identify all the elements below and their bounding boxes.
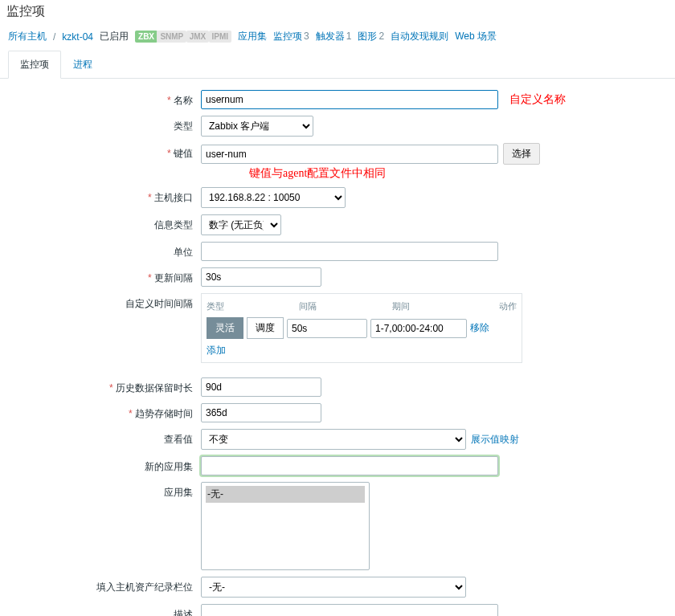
badge-jmx: JMX [186, 31, 210, 43]
col-action: 动作 [485, 300, 517, 312]
bc-enabled: 已启用 [100, 30, 129, 43]
label-key: 键值 [8, 143, 201, 161]
label-new-app: 新的应用集 [8, 456, 201, 474]
annotation-key: 键值与agent配置文件中相同 [249, 166, 386, 181]
col-interval: 间隔 [299, 300, 391, 312]
nav-triggers-count: 1 [346, 31, 352, 42]
label-units: 单位 [8, 242, 201, 259]
nav-triggers[interactable]: 触发器 [316, 31, 345, 42]
seg-scheduling[interactable]: 调度 [247, 317, 284, 339]
col-type: 类型 [207, 300, 299, 312]
nav-discovery[interactable]: 自动发现规则 [391, 30, 448, 43]
nav-graphs-count: 2 [378, 31, 384, 42]
label-custom-intervals: 自定义时间间隔 [8, 293, 201, 311]
label-description: 描述 [8, 604, 201, 616]
select-show-value[interactable]: 不变 [201, 429, 466, 450]
seg-flexible[interactable]: 灵活 [207, 317, 243, 339]
label-update-interval: 更新间隔 [8, 267, 201, 285]
bc-host[interactable]: kzkt-04 [62, 31, 93, 43]
link-add-interval[interactable]: 添加 [207, 345, 226, 356]
btn-select-key[interactable]: 选择 [503, 143, 540, 165]
input-trends[interactable] [201, 403, 321, 422]
tabs: 监控项 进程 [0, 50, 675, 79]
input-name[interactable] [201, 90, 498, 109]
bc-sep: / [53, 31, 55, 43]
label-history: 历史数据保留时长 [8, 377, 201, 395]
textarea-description[interactable] [201, 604, 498, 616]
input-history[interactable] [201, 377, 321, 397]
link-value-mapping[interactable]: 展示值映射 [471, 433, 519, 447]
annotation-name: 自定义名称 [509, 92, 566, 107]
label-trends: 趋势存储时间 [8, 403, 201, 421]
bc-all-hosts[interactable]: 所有主机 [8, 30, 47, 43]
nav-web[interactable]: Web 场景 [455, 30, 497, 43]
input-units[interactable] [201, 242, 498, 261]
input-update-interval[interactable] [201, 267, 321, 287]
nav-items[interactable]: 监控项 [273, 31, 302, 42]
input-flex-period[interactable] [370, 319, 467, 338]
badge-snmp: SNMP [157, 31, 186, 43]
label-inventory: 填入主机资产纪录栏位 [8, 577, 201, 594]
tab-process[interactable]: 进程 [61, 51, 104, 79]
label-info-type: 信息类型 [8, 214, 201, 232]
badge-zbx: ZBX [135, 31, 158, 43]
select-type[interactable]: Zabbix 客户端 [201, 116, 313, 137]
tab-item[interactable]: 监控项 [8, 51, 61, 79]
label-show-value: 查看值 [8, 429, 201, 447]
badge-ipmi: IPMI [209, 31, 232, 43]
input-key[interactable] [201, 145, 498, 164]
form: 名称 自定义名称 类型 Zabbix 客户端 键值 选择 键值与agent配置文… [0, 79, 675, 616]
select-apps[interactable]: -无- [201, 482, 370, 570]
nav-items-count: 3 [304, 31, 309, 42]
nav-applications[interactable]: 应用集 [238, 30, 267, 43]
intervals-panel: 类型 间隔 期间 动作 灵活 调度 移除 添加 [201, 293, 522, 363]
label-interface: 主机接口 [8, 187, 201, 205]
link-remove-interval[interactable]: 移除 [470, 321, 489, 335]
select-interface[interactable]: 192.168.8.22 : 10050 [201, 187, 346, 208]
label-name: 名称 [8, 90, 201, 108]
app-option-none[interactable]: -无- [206, 486, 365, 503]
input-flex-interval[interactable] [287, 319, 367, 338]
select-info-type[interactable]: 数字 (无正负) [201, 214, 281, 235]
nav-graphs[interactable]: 图形 [358, 31, 377, 42]
col-period: 期间 [392, 300, 485, 312]
page-title: 监控项 [0, 0, 675, 23]
input-new-app[interactable] [201, 456, 498, 475]
select-inventory[interactable]: -无- [201, 577, 466, 598]
label-type: 类型 [8, 116, 201, 133]
label-apps: 应用集 [8, 482, 201, 500]
breadcrumb: 所有主机 / kzkt-04 已启用 ZBX SNMP JMX IPMI 应用集… [0, 23, 675, 50]
